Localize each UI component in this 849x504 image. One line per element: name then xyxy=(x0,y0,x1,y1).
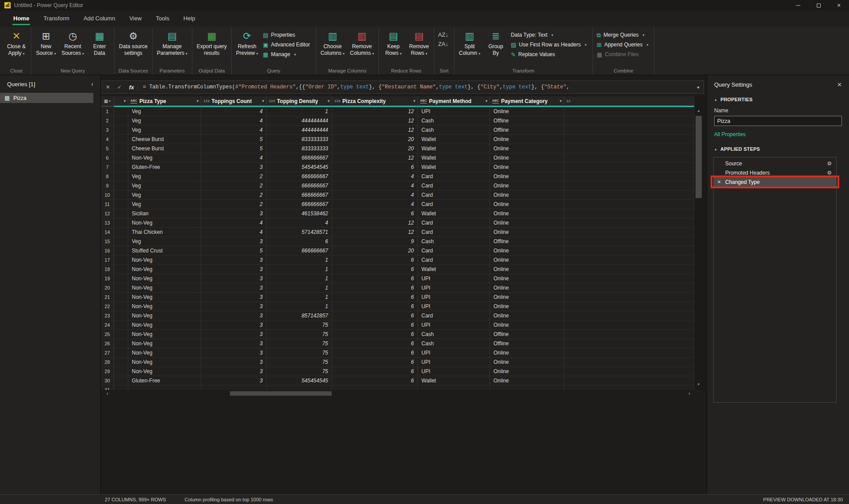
horizontal-scrollbar[interactable]: ‹ › xyxy=(102,390,695,397)
grid-cell[interactable]: 20 xyxy=(332,144,418,153)
grid-cell[interactable]: Online xyxy=(490,107,564,116)
row-number[interactable]: 31 xyxy=(101,386,114,390)
grid-cell[interactable]: Online xyxy=(490,153,564,163)
grid-cell[interactable]: UPI xyxy=(418,274,490,283)
grid-cell[interactable]: Online xyxy=(490,302,564,311)
status-column-profiling[interactable]: Column profiling based on top 1000 rows xyxy=(184,497,273,502)
grid-cell[interactable] xyxy=(564,191,694,200)
grid-cell[interactable]: 1 xyxy=(267,283,332,293)
close-settings-icon[interactable]: ✕ xyxy=(837,81,842,88)
grid-cell[interactable] xyxy=(114,191,128,200)
minimize-button[interactable] xyxy=(788,0,808,11)
filter-dropdown-icon[interactable]: ▾ xyxy=(486,99,487,103)
grid-cell[interactable] xyxy=(564,163,694,172)
grid-cell[interactable]: 545454545 xyxy=(267,376,332,386)
grid-cell[interactable]: Non-Veg xyxy=(128,256,201,265)
ribbon-button-properties[interactable]: ▤Properties xyxy=(261,30,314,40)
grid-cell[interactable]: UPI xyxy=(418,107,490,116)
grid-cell[interactable]: 12 xyxy=(332,116,418,126)
grid-cell[interactable] xyxy=(564,135,694,144)
grid-cell[interactable]: Non-Veg xyxy=(128,311,201,321)
expand-formula-bar-icon[interactable]: ▾ xyxy=(693,85,704,90)
grid-cell[interactable]: Online xyxy=(490,135,564,144)
row-number[interactable]: 30 xyxy=(101,376,114,386)
grid-cell[interactable]: 75 xyxy=(267,339,332,348)
grid-cell[interactable]: 6 xyxy=(332,274,418,283)
grid-cell[interactable] xyxy=(564,246,694,256)
applied-step-source[interactable]: Source⚙ xyxy=(714,159,836,168)
ribbon-button-remove-rows[interactable]: ▤RemoveRows▾ xyxy=(407,28,432,57)
grid-cell[interactable]: 666666667 xyxy=(267,181,332,191)
grid-cell[interactable] xyxy=(114,246,128,256)
grid-cell[interactable] xyxy=(114,358,128,367)
grid-cell[interactable]: 1 xyxy=(267,293,332,302)
ribbon-button-use-first-row-as-headers[interactable]: ▤Use First Row as Headers▾ xyxy=(509,40,590,50)
grid-cell[interactable]: Non-Veg xyxy=(128,348,201,358)
grid-cell[interactable]: Veg xyxy=(128,107,201,116)
scroll-left-icon[interactable]: ‹ xyxy=(102,390,113,397)
grid-cell[interactable]: Veg xyxy=(128,181,201,191)
row-number[interactable]: 4 xyxy=(101,135,114,144)
grid-cell[interactable]: Card xyxy=(418,256,490,265)
menu-tab-help[interactable]: Help xyxy=(176,11,203,27)
grid-cell[interactable]: 3 xyxy=(201,237,267,246)
grid-cell[interactable]: Cash xyxy=(418,237,490,246)
menu-tab-tools[interactable]: Tools xyxy=(149,11,176,27)
ribbon-button-manage[interactable]: ▦Manage▾ xyxy=(261,50,314,59)
grid-cell[interactable]: Wallet xyxy=(418,376,490,386)
grid-cell[interactable]: Cheese Burst xyxy=(128,135,201,144)
row-number[interactable]: 19 xyxy=(101,274,114,283)
grid-cell[interactable]: 5 xyxy=(201,246,267,256)
cancel-formula-icon[interactable]: ✕ xyxy=(102,84,114,90)
grid-cell[interactable]: Card xyxy=(418,246,490,256)
grid-cell[interactable]: 4 xyxy=(201,218,267,228)
grid-cell[interactable]: 5 xyxy=(201,135,267,144)
ribbon-button-export-query-results[interactable]: ▦Export queryresults xyxy=(195,28,229,57)
grid-cell[interactable] xyxy=(114,256,128,265)
row-number[interactable]: 29 xyxy=(101,367,114,376)
grid-cell[interactable] xyxy=(114,135,128,144)
grid-cell[interactable]: Offline xyxy=(490,330,564,339)
grid-cell[interactable] xyxy=(114,283,128,293)
grid-cell[interactable]: Wallet xyxy=(418,209,490,218)
query-name-input[interactable] xyxy=(714,116,842,126)
row-number[interactable]: 26 xyxy=(101,339,114,348)
row-number[interactable]: 15 xyxy=(101,237,114,246)
column-header-pizza-type[interactable]: ABCPizza Type▾ xyxy=(128,96,201,107)
grid-cell[interactable]: 2 xyxy=(201,200,267,209)
grid-cell[interactable] xyxy=(114,153,128,163)
grid-cell[interactable]: 666666667 xyxy=(267,191,332,200)
grid-cell[interactable]: 545454545 xyxy=(267,163,332,172)
grid-cell[interactable] xyxy=(564,153,694,163)
grid-cell[interactable]: Veg xyxy=(128,200,201,209)
grid-cell[interactable]: Card xyxy=(418,200,490,209)
grid-cell[interactable] xyxy=(201,386,267,390)
applied-step-promoted-headers[interactable]: Promoted Headers⚙ xyxy=(714,168,836,177)
grid-cell[interactable]: Offline xyxy=(490,237,564,246)
horizontal-scrollbar-track[interactable] xyxy=(113,390,684,397)
grid-cell[interactable]: 4 xyxy=(201,126,267,135)
ribbon-button-advanced-editor[interactable]: ▣Advanced Editor xyxy=(261,40,314,50)
grid-cell[interactable]: 666666667 xyxy=(267,246,332,256)
ribbon-button-remove-columns[interactable]: ▥RemoveColumns▾ xyxy=(348,28,376,57)
ribbon-button-choose-columns[interactable]: ▥ChooseColumns▾ xyxy=(318,28,347,57)
grid-cell[interactable]: 75 xyxy=(267,367,332,376)
ribbon-button-enter-data[interactable]: ▦EnterData xyxy=(87,28,112,57)
grid-cell[interactable]: Online xyxy=(490,274,564,283)
grid-cell[interactable]: 666666667 xyxy=(267,172,332,181)
row-number[interactable]: 22 xyxy=(101,302,114,311)
grid-cell[interactable] xyxy=(564,293,694,302)
grid-cell[interactable] xyxy=(114,376,128,386)
grid-cell[interactable]: 6 xyxy=(332,339,418,348)
grid-cell[interactable]: Online xyxy=(490,218,564,228)
filter-dropdown-icon[interactable]: ▾ xyxy=(262,99,264,103)
grid-cell[interactable] xyxy=(564,237,694,246)
all-properties-link[interactable]: All Properties xyxy=(707,126,849,140)
grid-cell[interactable]: 2 xyxy=(201,191,267,200)
scroll-up-icon[interactable]: ▲ xyxy=(695,109,702,113)
ribbon-button-group-by[interactable]: ≣GroupBy xyxy=(483,28,508,57)
grid-cell[interactable]: Non-Veg xyxy=(128,293,201,302)
grid-cell[interactable]: 1 xyxy=(267,302,332,311)
grid-cell[interactable]: UPI xyxy=(418,283,490,293)
row-number[interactable]: 8 xyxy=(101,172,114,181)
